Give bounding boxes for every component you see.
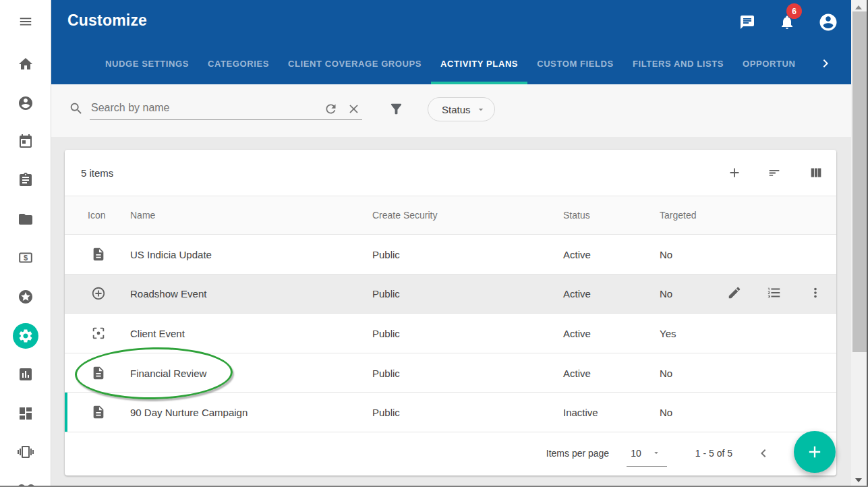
chevron-right-icon[interactable]: [817, 55, 834, 71]
document-icon: [91, 405, 106, 420]
page-size-select[interactable]: 10: [627, 447, 667, 467]
more-vert-icon[interactable]: [808, 285, 824, 302]
search-underline: [90, 119, 362, 120]
billing-icon[interactable]: $: [18, 250, 34, 266]
table-header: Icon Name Create Security Status Targete…: [65, 196, 836, 235]
activity-plans-card: 5 items Icon Name Create Security Status…: [65, 150, 836, 476]
row-targeted: No: [660, 248, 672, 260]
page-size-value: 10: [631, 448, 641, 459]
row-name: 90 Day Nurture Campaign: [130, 407, 248, 418]
dashboard-icon[interactable]: [18, 405, 34, 422]
mobile-icon[interactable]: [18, 444, 34, 460]
settings-icon-active[interactable]: [13, 323, 38, 349]
row-status: Active: [563, 248, 591, 260]
row-create-security: Public: [372, 327, 400, 339]
favorites-icon[interactable]: [18, 289, 34, 305]
home-icon[interactable]: [18, 56, 34, 72]
columns-icon[interactable]: [809, 165, 823, 180]
sort-icon[interactable]: [767, 165, 782, 180]
folder-icon[interactable]: [18, 211, 34, 227]
tab-bar: NUDGE SETTINGS CATEGORIES CLIENT COVERAG…: [51, 42, 851, 84]
tab-nudge-settings[interactable]: NUDGE SETTINGS: [96, 42, 198, 84]
row-targeted: No: [660, 407, 672, 418]
profile-icon[interactable]: [18, 95, 34, 111]
chevron-down-icon: [473, 102, 489, 118]
col-status: Status: [563, 210, 590, 221]
row-targeted: No: [660, 288, 672, 299]
col-icon: Icon: [88, 210, 105, 221]
account-icon[interactable]: [818, 12, 838, 32]
refresh-icon[interactable]: [324, 102, 340, 118]
row-name: Client Event: [130, 327, 185, 339]
tab-custom-fields[interactable]: CUSTOM FIELDS: [527, 42, 623, 84]
reports-icon[interactable]: [18, 366, 34, 382]
row-status: Inactive: [563, 407, 598, 418]
search-input[interactable]: Search by name: [91, 102, 170, 114]
card-header: 5 items: [65, 150, 836, 196]
col-targeted: Targeted: [660, 210, 696, 221]
scroll-up-arrow[interactable]: [855, 5, 862, 9]
table-row[interactable]: Roadshow Event Public Active No: [65, 275, 836, 314]
scrollbar-thumb[interactable]: [852, 11, 867, 352]
items-count: 5 items: [81, 167, 113, 179]
col-create-security: Create Security: [372, 210, 437, 221]
tab-activity-plans[interactable]: ACTIVITY PLANS: [431, 42, 527, 84]
calendar-icon[interactable]: [18, 134, 34, 150]
row-targeted: Yes: [660, 327, 676, 339]
add-circle-icon: [91, 286, 106, 301]
items-per-page-label: Items per page: [546, 448, 609, 459]
app-header: Customize 6: [51, 0, 851, 42]
add-fab[interactable]: [794, 431, 836, 473]
edit-icon[interactable]: [727, 285, 743, 302]
notification-badge: 6: [786, 3, 802, 19]
row-create-security: Public: [372, 288, 400, 299]
tab-opportunities[interactable]: OPPORTUN: [733, 42, 805, 84]
svg-text:$: $: [24, 254, 28, 262]
sidebar: $: [0, 0, 51, 487]
menu-icon[interactable]: [17, 14, 34, 29]
app-window: $ Customize 6: [0, 0, 868, 487]
tab-client-coverage-groups[interactable]: CLIENT COVERAGE GROUPS: [279, 42, 431, 84]
status-filter-label: Status: [442, 104, 471, 115]
row-status: Active: [563, 367, 591, 378]
tab-filters-and-lists[interactable]: FILTERS AND LISTS: [623, 42, 733, 84]
col-name: Name: [130, 210, 155, 221]
status-filter-chip[interactable]: Status: [428, 97, 495, 121]
scrollbar[interactable]: [851, 0, 867, 487]
filter-icon[interactable]: [388, 101, 404, 117]
tab-categories[interactable]: CATEGORIES: [198, 42, 279, 84]
chat-icon[interactable]: [739, 14, 755, 30]
add-icon[interactable]: [727, 165, 742, 180]
table-row[interactable]: Client Event Public Active Yes: [65, 314, 836, 353]
chevron-left-icon[interactable]: [755, 445, 772, 461]
chevron-down-icon: [649, 447, 663, 460]
tasks-icon[interactable]: [18, 172, 34, 188]
row-create-security: Public: [372, 248, 400, 260]
document-icon: [91, 247, 106, 262]
table-row[interactable]: US Indicia Update Public Active No: [65, 235, 836, 275]
page-range: 1 - 5 of 5: [695, 448, 732, 459]
numbered-list-icon[interactable]: [767, 285, 783, 302]
row-create-security: Public: [372, 407, 400, 418]
page-title: Customize: [67, 11, 147, 30]
center-focus-icon: [91, 326, 106, 341]
row-name: US Indicia Update: [130, 248, 212, 260]
search-icon: [69, 101, 84, 116]
pagination: Items per page 10 1 - 5 of 5: [65, 432, 836, 475]
close-icon[interactable]: [347, 102, 363, 118]
row-status: Active: [563, 288, 591, 299]
table-row[interactable]: 90 Day Nurture Campaign Public Inactive …: [65, 393, 836, 432]
row-status: Active: [563, 327, 591, 339]
row-create-security: Public: [372, 367, 400, 378]
row-name: Roadshow Event: [130, 288, 206, 299]
scroll-down-arrow[interactable]: [855, 478, 862, 482]
search-toolbar: Search by name Status: [51, 84, 851, 137]
row-targeted: No: [660, 367, 672, 378]
tabs: NUDGE SETTINGS CATEGORIES CLIENT COVERAG…: [96, 42, 813, 84]
